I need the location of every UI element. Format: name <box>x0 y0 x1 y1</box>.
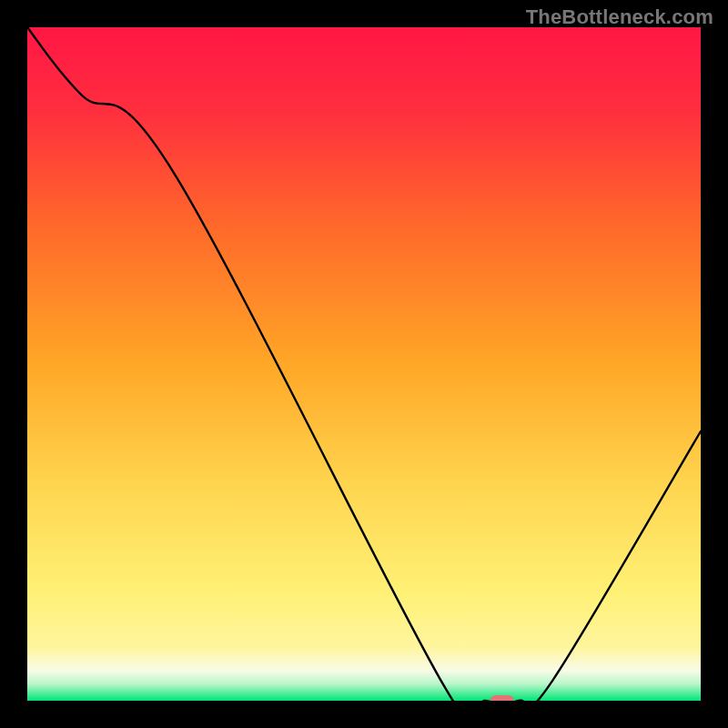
chart-svg <box>27 27 701 701</box>
plot-area <box>27 27 701 701</box>
optimal-marker <box>490 695 514 701</box>
watermark-label: TheBottleneck.com <box>526 5 713 29</box>
gradient-background <box>27 27 701 701</box>
chart-frame: TheBottleneck.com <box>0 0 728 728</box>
